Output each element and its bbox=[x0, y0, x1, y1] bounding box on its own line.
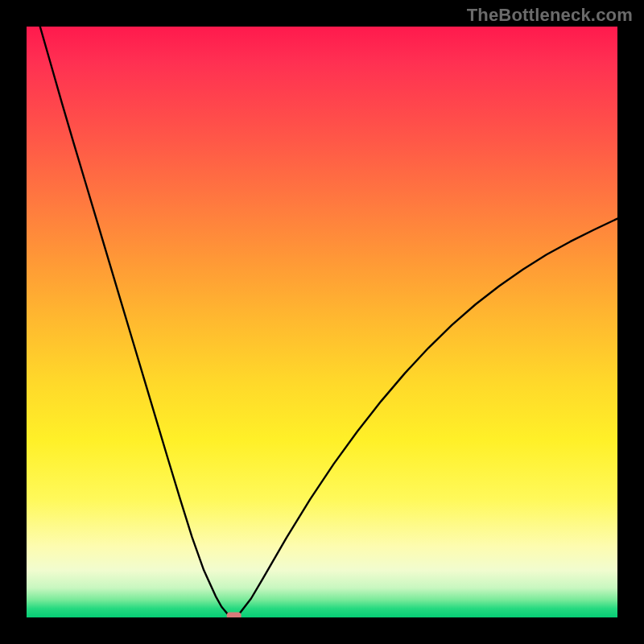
curve-svg bbox=[27, 27, 617, 617]
bottleneck-curve bbox=[27, 27, 617, 617]
chart-frame: TheBottleneck.com bbox=[0, 0, 644, 644]
plot-area bbox=[27, 27, 617, 617]
watermark-text: TheBottleneck.com bbox=[467, 5, 633, 26]
minimum-marker bbox=[227, 613, 242, 618]
